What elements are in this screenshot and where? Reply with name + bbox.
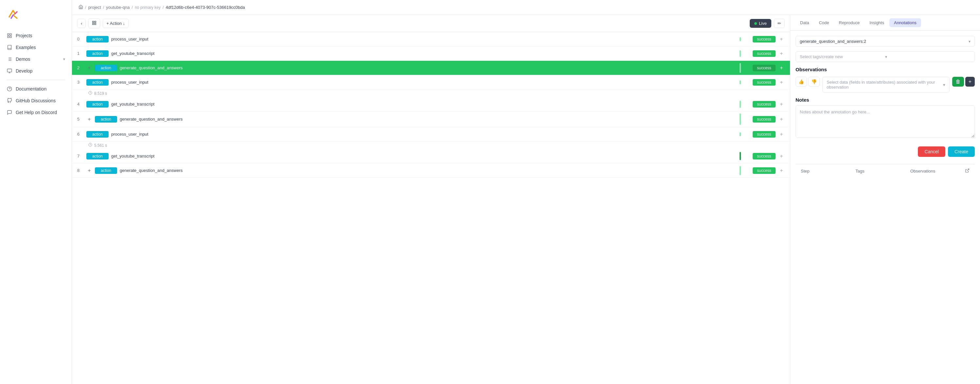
tags-selector[interactable]: Select tags/create new ▾ bbox=[795, 51, 975, 62]
back-button[interactable]: ‹ bbox=[77, 19, 86, 28]
duration-bar bbox=[740, 37, 741, 41]
tab-insights[interactable]: Insights bbox=[865, 18, 889, 27]
table-row[interactable]: 7 action get_youtube_transcript success … bbox=[72, 149, 790, 163]
main-content: / project / youtube-qna / no primary key… bbox=[72, 0, 980, 384]
add-row-button[interactable]: + bbox=[778, 101, 785, 107]
duration-bar bbox=[740, 101, 741, 108]
duration-bar bbox=[740, 63, 741, 73]
row-number: 5 bbox=[77, 117, 84, 122]
step-name: process_user_input bbox=[111, 36, 728, 41]
grid-icon bbox=[92, 21, 97, 26]
add-row-button[interactable]: + bbox=[778, 153, 785, 159]
add-row-button[interactable]: + bbox=[778, 116, 785, 122]
thumbs-up-button[interactable]: 👍 bbox=[795, 77, 807, 87]
table-row[interactable]: 3 action process_user_input success + bbox=[72, 75, 790, 90]
breadcrumb-id: 4df12d6b-c6e4-4073-907c-536619cc0bda bbox=[166, 5, 245, 10]
add-row-button[interactable]: + bbox=[778, 65, 785, 71]
tab-annotations[interactable]: Annotations bbox=[889, 18, 921, 27]
add-observation-button[interactable]: + bbox=[965, 77, 975, 87]
plus-button[interactable]: + bbox=[86, 116, 92, 122]
row-number: 4 bbox=[77, 102, 84, 106]
bar-container bbox=[730, 113, 750, 125]
plus-button[interactable]: + bbox=[86, 168, 92, 173]
table-row[interactable]: 2 + action generate_question_and_answers… bbox=[72, 61, 790, 75]
sidebar-item-demos[interactable]: Demos ▾ bbox=[3, 54, 69, 65]
sidebar-item-examples[interactable]: Examples bbox=[3, 42, 69, 53]
sidebar-item-discord[interactable]: Get Help on Discord bbox=[3, 107, 69, 118]
svg-rect-0 bbox=[8, 34, 9, 35]
tab-data[interactable]: Data bbox=[795, 18, 813, 27]
bar-container bbox=[730, 80, 750, 84]
row-number: 3 bbox=[77, 80, 84, 85]
svg-rect-18 bbox=[95, 23, 96, 24]
cancel-button[interactable]: Cancel bbox=[918, 146, 945, 157]
notes-label: Notes bbox=[795, 97, 975, 103]
action-badge: action bbox=[86, 101, 108, 108]
observation-select[interactable]: Select data (fields in state/attributes)… bbox=[822, 77, 950, 92]
sidebar-item-label: Projects bbox=[16, 33, 32, 38]
sidebar-item-label: Develop bbox=[16, 68, 32, 73]
add-row-button[interactable]: + bbox=[778, 79, 785, 85]
thumbs-down-button[interactable]: 👎 bbox=[808, 77, 820, 87]
svg-rect-3 bbox=[10, 36, 11, 38]
bar-container bbox=[730, 63, 750, 73]
action-badge: action bbox=[95, 167, 117, 174]
table-row[interactable]: 0 action process_user_input success + bbox=[72, 32, 790, 46]
table-row[interactable]: 8 + action generate_question_and_answers… bbox=[72, 163, 790, 178]
add-row-button[interactable]: + bbox=[778, 51, 785, 57]
thumb-buttons: 👍 👎 bbox=[795, 77, 820, 87]
tab-reproduce[interactable]: Reproduce bbox=[834, 18, 864, 27]
logo bbox=[0, 5, 72, 30]
trace-panel: ‹ + Action ↓ Live ✏ bbox=[72, 15, 790, 384]
monitor-icon bbox=[6, 68, 13, 74]
status-badge: success bbox=[752, 36, 776, 43]
sidebar-item-label: GitHub Discussions bbox=[16, 98, 56, 103]
table-row[interactable]: 4 action get_youtube_transcript success … bbox=[72, 97, 790, 111]
action-badge: action bbox=[95, 65, 117, 71]
live-button[interactable]: Live bbox=[750, 19, 771, 28]
home-icon[interactable] bbox=[78, 5, 83, 10]
bar-container bbox=[730, 152, 750, 160]
row-number: 1 bbox=[77, 51, 84, 56]
add-row-button[interactable]: + bbox=[778, 132, 785, 137]
plus-button[interactable]: + bbox=[86, 65, 92, 71]
notes-section: Notes bbox=[795, 97, 975, 139]
sidebar-item-github[interactable]: GitHub Discussions bbox=[3, 95, 69, 106]
duration-bar bbox=[740, 80, 741, 84]
action-badge: action bbox=[86, 50, 108, 57]
step-selector[interactable]: generate_question_and_answers:2 ▾ bbox=[795, 36, 975, 47]
status-badge: success bbox=[752, 153, 776, 159]
export-icon[interactable] bbox=[965, 168, 969, 174]
tab-code[interactable]: Code bbox=[814, 18, 834, 27]
sidebar-item-develop[interactable]: Develop bbox=[3, 65, 69, 76]
chevron-down-icon: ▾ bbox=[943, 83, 945, 87]
status-badge: success bbox=[752, 101, 776, 108]
action-badge: action bbox=[95, 116, 117, 122]
table-row[interactable]: 1 action get_youtube_transcript success … bbox=[72, 46, 790, 61]
create-button[interactable]: Create bbox=[948, 146, 975, 157]
breadcrumb-project[interactable]: project bbox=[88, 5, 101, 10]
add-row-button[interactable]: + bbox=[778, 168, 785, 173]
edit-icon: ✏ bbox=[778, 21, 781, 26]
live-indicator bbox=[754, 22, 757, 25]
edit-button[interactable]: ✏ bbox=[774, 19, 785, 28]
bar-container bbox=[730, 166, 750, 175]
action-button-label: + Action ↓ bbox=[106, 21, 125, 26]
breadcrumb-name[interactable]: youtube-qna bbox=[106, 5, 129, 10]
grid-toggle-button[interactable] bbox=[88, 18, 100, 29]
table-row[interactable]: 6 action process_user_input success + bbox=[72, 127, 790, 141]
action-button[interactable]: + Action ↓ bbox=[103, 19, 129, 28]
sidebar-item-projects[interactable]: Projects bbox=[3, 30, 69, 41]
observations-section: Observations bbox=[795, 67, 975, 72]
notes-textarea[interactable] bbox=[795, 105, 975, 138]
timer-value: 5.561 s bbox=[94, 143, 107, 148]
step-value: generate_question_and_answers:2 bbox=[800, 39, 966, 44]
delete-observation-button[interactable]: 🗑 bbox=[952, 77, 964, 87]
add-row-button[interactable]: + bbox=[778, 36, 785, 42]
table-row[interactable]: 5 + action generate_question_and_answers… bbox=[72, 111, 790, 127]
status-badge: success bbox=[752, 50, 776, 57]
duration-bar bbox=[740, 50, 741, 57]
svg-rect-1 bbox=[10, 34, 11, 35]
svg-line-21 bbox=[967, 169, 969, 171]
sidebar-item-documentation[interactable]: Documentation bbox=[3, 83, 69, 94]
